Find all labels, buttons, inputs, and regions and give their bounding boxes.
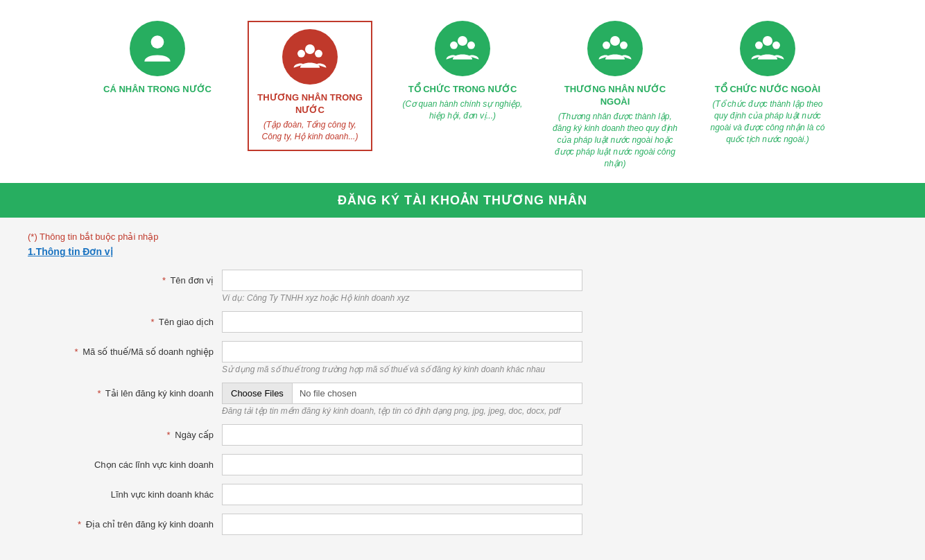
thuong-nhan-nn-label: THƯƠNG NHÂN NƯỚC NGOÀI — [553, 83, 677, 108]
category-section: CÁ NHÂN TRONG NƯỚC THƯƠNG NHÂN TRONG NƯỚ… — [0, 0, 925, 183]
svg-point-10 — [763, 36, 772, 46]
svg-point-2 — [297, 50, 305, 58]
thuong-nhan-sublabel: (Tập đoàn, Tổng công ty, Công ty, Hộ kin… — [256, 119, 364, 143]
to-chuc-nn-icon — [740, 21, 795, 76]
thuong-nhan-nn-sublabel: (Thương nhân được thành lập, đăng ký kin… — [553, 111, 677, 169]
required-star: * — [167, 430, 171, 440]
input-wrap-ma-so-thue: Sử dụng mã số thuế trong trường hợp mã s… — [222, 341, 897, 374]
required-star: * — [97, 388, 101, 399]
label-ten-giao-dich: * Tên giao dịch — [28, 311, 222, 327]
label-ma-so-thue: * Mã số thuế/Mã số doanh nghiệp — [28, 341, 222, 357]
input-ma-so-thue[interactable] — [222, 341, 582, 362]
required-star: * — [162, 275, 166, 286]
label-linh-vuc: Chọn các lĩnh vực kinh doanh — [28, 454, 222, 470]
category-to-chuc-trong-nuoc[interactable]: TỔ CHỨC TRONG NƯỚC (Cơ quan hành chính s… — [400, 21, 525, 122]
required-note: (*) Thông tin bắt buộc phải nhập — [28, 231, 897, 242]
required-star: * — [78, 519, 81, 530]
input-wrap-ngay-cap — [222, 424, 897, 446]
form-header: ĐĂNG KÝ TÀI KHOẢN THƯƠNG NHÂN — [0, 183, 925, 218]
registration-form-section: ĐĂNG KÝ TÀI KHOẢN THƯƠNG NHÂN (*) Thông … — [0, 183, 925, 560]
svg-point-6 — [467, 42, 475, 49]
svg-point-5 — [450, 42, 458, 49]
to-chuc-nn-sublabel: (Tổ chức được thành lập theo quy định củ… — [705, 98, 830, 145]
field-row-dia-chi: * Địa chỉ trên đăng ký kinh doanh — [28, 514, 897, 535]
svg-point-9 — [620, 42, 628, 49]
svg-point-1 — [305, 44, 315, 54]
label-ten-don-vi: * Tên đơn vị — [28, 270, 222, 286]
hint-ten-don-vi: Ví dụ: Công Ty TNHH xyz hoặc Hộ kinh doa… — [222, 293, 897, 303]
ca-nhan-icon — [130, 21, 185, 76]
svg-point-3 — [315, 50, 322, 58]
input-wrap-tai-len: Choose Files No file chosen Đăng tải tệp… — [222, 383, 897, 416]
thuong-nhan-icon — [282, 29, 338, 85]
file-chosen-label: No file chosen — [293, 383, 363, 403]
input-wrap-ten-don-vi: Ví dụ: Công Ty TNHH xyz hoặc Hộ kinh doa… — [222, 270, 897, 303]
field-row-ma-so-thue: * Mã số thuế/Mã số doanh nghiệp Sử dụng … — [28, 341, 897, 374]
choose-files-button[interactable]: Choose Files — [223, 383, 293, 403]
svg-point-8 — [603, 42, 610, 49]
form-body: (*) Thông tin bắt buộc phải nhập 1.Thông… — [0, 218, 925, 560]
input-wrap-linh-vuc — [222, 454, 897, 475]
input-ten-don-vi[interactable] — [222, 270, 582, 291]
svg-point-7 — [610, 36, 620, 46]
input-dia-chi[interactable] — [222, 514, 582, 535]
svg-point-11 — [755, 42, 763, 49]
svg-point-12 — [772, 42, 780, 49]
to-chuc-nn-label: TỔ CHỨC NƯỚC NGOÀI — [715, 83, 820, 96]
hint-tai-len: Đăng tải tệp tin mềm đăng ký kinh doanh,… — [222, 406, 897, 416]
input-wrap-dia-chi — [222, 514, 897, 535]
input-ten-giao-dich[interactable] — [222, 311, 582, 333]
thuong-nhan-nn-icon — [587, 21, 643, 76]
file-upload-control: Choose Files No file chosen — [222, 383, 582, 404]
category-thuong-nhan-trong-nuoc[interactable]: THƯƠNG NHÂN TRONG NƯỚC (Tập đoàn, Tổng c… — [248, 21, 372, 151]
category-to-chuc-nuoc-ngoai[interactable]: TỔ CHỨC NƯỚC NGOÀI (Tổ chức được thành l… — [705, 21, 830, 145]
field-row-ten-giao-dich: * Tên giao dịch — [28, 311, 897, 333]
label-tai-len: * Tải lên đăng ký kinh doanh — [28, 383, 222, 399]
label-ngay-cap: * Ngày cấp — [28, 424, 222, 440]
ca-nhan-label: CÁ NHÂN TRONG NƯỚC — [103, 83, 211, 96]
svg-point-4 — [458, 36, 467, 46]
input-ngay-cap[interactable] — [222, 424, 582, 446]
section-title: 1.Thông tin Đơn vị — [28, 246, 897, 257]
to-chuc-sublabel: (Cơ quan hành chính sự nghiệp, hiệp hội,… — [400, 98, 525, 122]
hint-ma-so-thue: Sử dụng mã số thuế trong trường hợp mã s… — [222, 365, 897, 374]
input-linh-vuc[interactable] — [222, 454, 582, 475]
label-linh-vuc-khac: Lĩnh vực kinh doanh khác — [28, 484, 222, 500]
field-row-ten-don-vi: * Tên đơn vị Ví dụ: Công Ty TNHH xyz hoặ… — [28, 270, 897, 303]
category-ca-nhan[interactable]: CÁ NHÂN TRONG NƯỚC — [95, 21, 220, 96]
to-chuc-icon — [435, 21, 490, 76]
category-thuong-nhan-nuoc-ngoai[interactable]: THƯƠNG NHÂN NƯỚC NGOÀI (Thương nhân được… — [553, 21, 677, 169]
field-row-tai-len: * Tải lên đăng ký kinh doanh Choose File… — [28, 383, 897, 416]
field-row-linh-vuc: Chọn các lĩnh vực kinh doanh — [28, 454, 897, 475]
input-wrap-ten-giao-dich — [222, 311, 897, 333]
input-wrap-linh-vuc-khac — [222, 484, 897, 505]
svg-point-0 — [151, 35, 164, 49]
thuong-nhan-label: THƯƠNG NHÂN TRONG NƯỚC — [256, 91, 364, 116]
label-dia-chi: * Địa chỉ trên đăng ký kinh doanh — [28, 514, 222, 530]
field-row-ngay-cap: * Ngày cấp — [28, 424, 897, 446]
required-star: * — [150, 317, 154, 327]
input-linh-vuc-khac[interactable] — [222, 484, 582, 505]
to-chuc-label: TỔ CHỨC TRONG NƯỚC — [408, 83, 517, 96]
field-row-linh-vuc-khac: Lĩnh vực kinh doanh khác — [28, 484, 897, 505]
required-star: * — [74, 347, 78, 357]
